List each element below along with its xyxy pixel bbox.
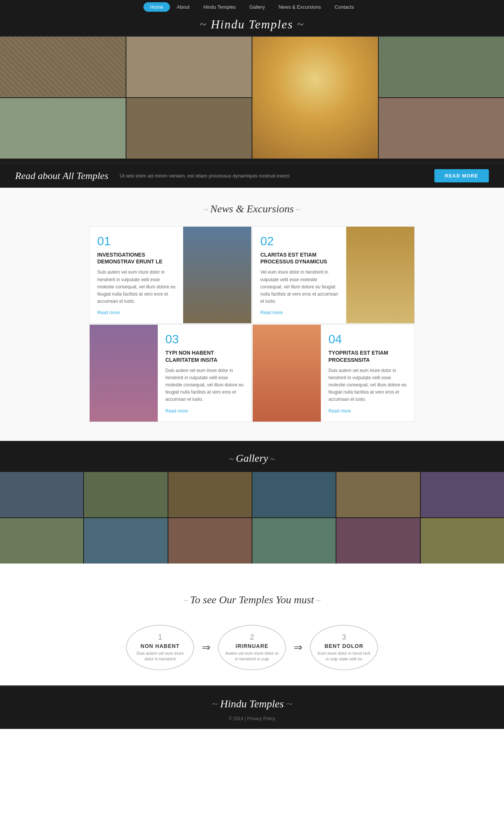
gallery-img-8 — [84, 518, 167, 564]
news-card-3: 03 TYPI NON HABENT CLARITATEM INSITA Dui… — [89, 324, 252, 422]
gallery-section: Gallery — [0, 441, 504, 564]
hero-img-1 — [0, 37, 126, 97]
nav-contacts[interactable]: Contacts — [328, 2, 361, 12]
step-3-num: 3 — [342, 633, 346, 641]
gallery-img-9 — [168, 518, 252, 564]
read-more-link-2[interactable]: Read more — [260, 310, 283, 315]
step-3-desc: Eum iriure dolor in hend rerit in vulp u… — [316, 651, 372, 662]
step-2-desc: Autem vel eum iriure dolor or in hendrer… — [224, 651, 280, 662]
main-nav: Home About Hindu Temples Gallery News & … — [0, 0, 504, 14]
news-heading-4: TYOPRITAS EST ETIAM PROCESSNSITA — [328, 349, 407, 363]
news-heading-2: CLARITAS EST ETIAM PROCESSUS DYNAMICUS — [260, 251, 339, 265]
read-more-link-3[interactable]: Read more — [165, 408, 188, 414]
footer-title: Hindu Temples — [0, 698, 504, 710]
news-card-4: 04 TYOPRITAS EST ETIAM PROCESSNSITA Duis… — [252, 324, 415, 422]
gallery-img-4 — [252, 472, 336, 517]
step-1-desc: Duis autem vel eum iriure dolor in hendr… — [132, 651, 188, 662]
news-card-3-text: 03 TYPI NON HABENT CLARITATEM INSITA Dui… — [158, 325, 251, 421]
news-card-1-image — [183, 227, 251, 323]
arrow-2: ⇒ — [294, 641, 302, 654]
gallery-img-12 — [421, 518, 504, 564]
news-body-3: Duis autem vel eum iriure dolor in hendr… — [165, 367, 244, 403]
hero-img-4 — [379, 37, 504, 97]
hero-img-6 — [126, 98, 252, 159]
to-see-title: To see Our Temples You must — [0, 579, 504, 617]
gallery-img-6 — [421, 472, 504, 517]
gallery-img-2 — [84, 472, 167, 517]
news-card-1: 01 INVESTIGATIONES DEMONSTRAV ERUNT LE S… — [89, 226, 252, 324]
read-more-banner: Read about All Temples Ut wisi enim ad m… — [0, 164, 504, 188]
news-body-2: Vel eum iriure dolor in hendrerit in vul… — [260, 269, 339, 305]
arrow-1: ⇒ — [202, 641, 210, 654]
to-see-section: To see Our Temples You must 1 NON HABENT… — [0, 564, 504, 685]
news-number-4: 04 — [328, 332, 407, 346]
read-more-button[interactable]: READ MORE — [434, 169, 489, 182]
site-header: Hindu Temples — [0, 14, 504, 37]
news-card-4-image — [253, 325, 321, 421]
gallery-img-11 — [336, 518, 420, 564]
gallery-img-7 — [0, 518, 83, 564]
news-grid: 01 INVESTIGATIONES DEMONSTRAV ERUNT LE S… — [82, 226, 422, 422]
gallery-img-10 — [252, 518, 336, 564]
news-number-3: 03 — [165, 332, 244, 346]
banner-title: Read about All Temples — [15, 170, 108, 182]
hero-img-7 — [379, 98, 504, 159]
step-1-num: 1 — [158, 633, 162, 641]
gallery-img-5 — [336, 472, 420, 517]
news-section-title: News & Excursions — [0, 188, 504, 226]
hero-gallery — [0, 37, 504, 159]
gallery-title: Gallery — [0, 441, 504, 472]
site-title: Hindu Temples — [0, 17, 504, 31]
news-card-2-image — [346, 227, 414, 323]
news-heading-1: INVESTIGATIONES DEMONSTRAV ERUNT LE — [97, 251, 176, 265]
nav-news[interactable]: News & Excursions — [272, 2, 328, 12]
nav-home[interactable]: Home — [143, 2, 170, 12]
gallery-img-3 — [168, 472, 252, 517]
footer-copyright: © 2014 | Privacy Policy — [0, 716, 504, 725]
nav-hindu-temples[interactable]: Hindu Temples — [196, 2, 243, 12]
step-3-title: BENT DOLOR — [325, 643, 364, 649]
step-1-title: NON HABENT — [140, 643, 179, 649]
news-card-2: 02 CLARITAS EST ETIAM PROCESSUS DYNAMICU… — [252, 226, 415, 324]
news-heading-3: TYPI NON HABENT CLARITATEM INSITA — [165, 349, 244, 363]
news-number-2: 02 — [260, 234, 339, 248]
step-2-num: 2 — [250, 633, 254, 641]
news-section: News & Excursions 01 INVESTIGATIONES DEM… — [0, 188, 504, 441]
site-footer: Hindu Temples © 2014 | Privacy Policy — [0, 685, 504, 729]
banner-subtitle: Ut wisi enim ad minim veniam, est etiam … — [120, 173, 423, 179]
read-more-link-4[interactable]: Read more — [328, 408, 351, 414]
step-1: 1 NON HABENT Duis autem vel eum iriure d… — [126, 625, 194, 670]
gallery-img-1 — [0, 472, 83, 517]
nav-gallery[interactable]: Gallery — [243, 2, 272, 12]
news-card-3-image — [90, 325, 158, 421]
news-number-1: 01 — [97, 234, 176, 248]
hero-img-2 — [126, 37, 252, 97]
news-body-4: Duis autem vel eum iriure dolor in hendr… — [328, 367, 407, 403]
hero-img-5 — [0, 98, 126, 159]
step-3: 3 BENT DOLOR Eum iriure dolor in hend re… — [310, 625, 378, 670]
gallery-grid — [0, 472, 504, 564]
steps-container: 1 NON HABENT Duis autem vel eum iriure d… — [0, 625, 504, 670]
step-2-title: IRIRNUARE — [236, 643, 269, 649]
hero-img-3 — [252, 37, 378, 159]
news-card-4-text: 04 TYOPRITAS EST ETIAM PROCESSNSITA Duis… — [321, 325, 414, 421]
read-more-link-1[interactable]: Read more — [97, 310, 120, 315]
news-card-2-text: 02 CLARITAS EST ETIAM PROCESSUS DYNAMICU… — [253, 227, 346, 323]
nav-about[interactable]: About — [170, 2, 196, 12]
news-card-1-text: 01 INVESTIGATIONES DEMONSTRAV ERUNT LE S… — [90, 227, 183, 323]
news-body-1: Suis autem vel eum iriure dolor in hendr… — [97, 269, 176, 305]
step-2: 2 IRIRNUARE Autem vel eum iriure dolor o… — [218, 625, 286, 670]
